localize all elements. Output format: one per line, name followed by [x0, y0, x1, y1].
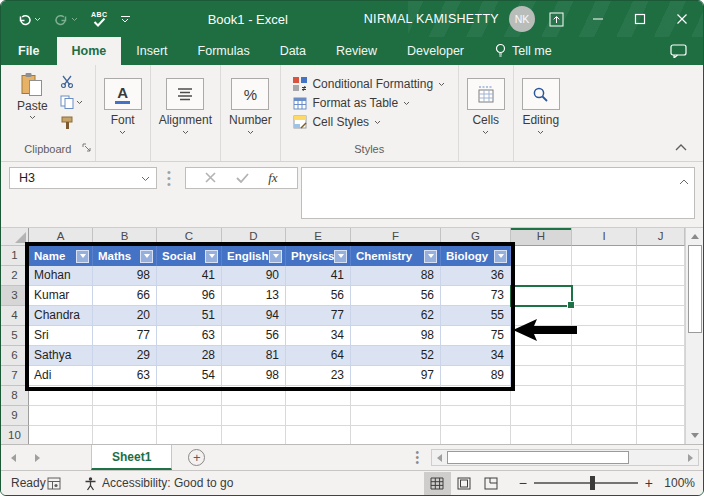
- cell[interactable]: 34: [441, 346, 511, 366]
- cell[interactable]: 28: [157, 346, 222, 366]
- cell[interactable]: 96: [157, 286, 222, 306]
- cell[interactable]: [93, 386, 157, 406]
- cell[interactable]: [29, 386, 93, 406]
- cell[interactable]: 89: [441, 366, 511, 386]
- number-collapsed-button[interactable]: % Number: [229, 70, 272, 135]
- cell[interactable]: 56: [286, 286, 351, 306]
- cell[interactable]: [511, 366, 572, 386]
- row-header-6[interactable]: 6: [1, 346, 29, 366]
- column-header-h[interactable]: H: [511, 228, 572, 246]
- cell[interactable]: [29, 406, 93, 426]
- cell[interactable]: 20: [93, 306, 157, 326]
- cell[interactable]: 36: [441, 266, 511, 286]
- cell[interactable]: [286, 406, 351, 426]
- cell[interactable]: [637, 246, 685, 266]
- tab-review[interactable]: Review: [321, 37, 392, 65]
- cell[interactable]: [157, 406, 222, 426]
- table-header-cell[interactable]: English: [222, 246, 286, 266]
- cell[interactable]: Mohan: [29, 266, 93, 286]
- clipboard-dialog-launcher[interactable]: [82, 139, 92, 157]
- table-header-cell[interactable]: Social: [157, 246, 222, 266]
- cell[interactable]: [93, 426, 157, 444]
- undo-button[interactable]: [17, 13, 41, 26]
- close-button[interactable]: [661, 1, 703, 37]
- table-header-cell[interactable]: Biology: [441, 246, 511, 266]
- cell[interactable]: 98: [351, 326, 441, 346]
- cell[interactable]: [511, 286, 572, 306]
- macro-record-icon[interactable]: [47, 477, 61, 490]
- cell[interactable]: [637, 366, 685, 386]
- cell[interactable]: 63: [93, 366, 157, 386]
- column-header-d[interactable]: D: [222, 228, 286, 246]
- cell[interactable]: [511, 266, 572, 286]
- cell[interactable]: [572, 306, 637, 326]
- zoom-in-button[interactable]: +: [645, 478, 653, 488]
- cell[interactable]: [351, 386, 441, 406]
- horizontal-scrollbar[interactable]: [431, 449, 699, 466]
- user-name[interactable]: NIRMAL KAMISHETTY: [364, 12, 499, 26]
- page-break-preview-button[interactable]: [478, 472, 505, 495]
- cell[interactable]: 64: [286, 346, 351, 366]
- comments-button[interactable]: [670, 37, 703, 65]
- avatar[interactable]: NK: [509, 6, 535, 32]
- row-header-8[interactable]: 8: [1, 386, 29, 406]
- conditional-formatting-button[interactable]: Conditional Formatting: [293, 77, 445, 91]
- zoom-out-button[interactable]: −: [519, 478, 527, 488]
- vertical-scrollbar[interactable]: [685, 228, 703, 444]
- cell[interactable]: [572, 366, 637, 386]
- cell[interactable]: 81: [222, 346, 286, 366]
- row-header-3[interactable]: 3: [1, 286, 29, 306]
- column-header-g[interactable]: G: [441, 228, 511, 246]
- row-header-9[interactable]: 9: [1, 406, 29, 426]
- cell[interactable]: [637, 386, 685, 406]
- table-header-cell[interactable]: Chemistry: [351, 246, 441, 266]
- tab-file[interactable]: File: [1, 37, 57, 65]
- cell[interactable]: Adi: [29, 366, 93, 386]
- cell[interactable]: [637, 406, 685, 426]
- sheet-nav-next-icon[interactable]: [25, 445, 49, 470]
- cell[interactable]: [441, 426, 511, 444]
- cell[interactable]: [637, 286, 685, 306]
- cell[interactable]: [511, 306, 572, 326]
- maximize-button[interactable]: [619, 1, 661, 37]
- editing-collapsed-button[interactable]: Editing: [522, 70, 560, 135]
- cell[interactable]: 29: [93, 346, 157, 366]
- column-header-b[interactable]: B: [93, 228, 157, 246]
- name-box-dropdown-icon[interactable]: [141, 171, 150, 185]
- cell[interactable]: 56: [222, 326, 286, 346]
- cell[interactable]: 77: [93, 326, 157, 346]
- cell[interactable]: [29, 426, 93, 444]
- zoom-level[interactable]: 100%: [653, 476, 695, 490]
- cell[interactable]: [511, 346, 572, 366]
- cell[interactable]: 34: [286, 326, 351, 346]
- cell[interactable]: 41: [286, 266, 351, 286]
- cell[interactable]: 73: [441, 286, 511, 306]
- column-header-c[interactable]: C: [157, 228, 222, 246]
- row-header-7[interactable]: 7: [1, 366, 29, 386]
- cell[interactable]: Sathya: [29, 346, 93, 366]
- filter-dropdown-icon[interactable]: [76, 250, 89, 263]
- cell[interactable]: [572, 246, 637, 266]
- normal-view-button[interactable]: [424, 472, 451, 495]
- tab-data[interactable]: Data: [265, 37, 321, 65]
- cell[interactable]: [93, 406, 157, 426]
- cell[interactable]: [511, 386, 572, 406]
- cell[interactable]: Sri: [29, 326, 93, 346]
- row-header-1[interactable]: 1: [1, 246, 29, 266]
- cell[interactable]: [572, 406, 637, 426]
- filter-dropdown-icon[interactable]: [494, 250, 507, 263]
- zoom-slider[interactable]: [534, 482, 638, 484]
- minimize-button[interactable]: [577, 1, 619, 37]
- tab-developer[interactable]: Developer: [392, 37, 479, 65]
- cell[interactable]: [572, 326, 637, 346]
- cell[interactable]: Kumar: [29, 286, 93, 306]
- cell[interactable]: [637, 426, 685, 444]
- scroll-up-icon[interactable]: [687, 228, 703, 245]
- formula-input[interactable]: [301, 167, 695, 219]
- copy-button[interactable]: [60, 94, 83, 110]
- cell[interactable]: [157, 426, 222, 444]
- select-all-button[interactable]: [1, 228, 29, 246]
- cell[interactable]: 62: [351, 306, 441, 326]
- column-header-j[interactable]: J: [637, 228, 685, 246]
- cell[interactable]: [637, 326, 685, 346]
